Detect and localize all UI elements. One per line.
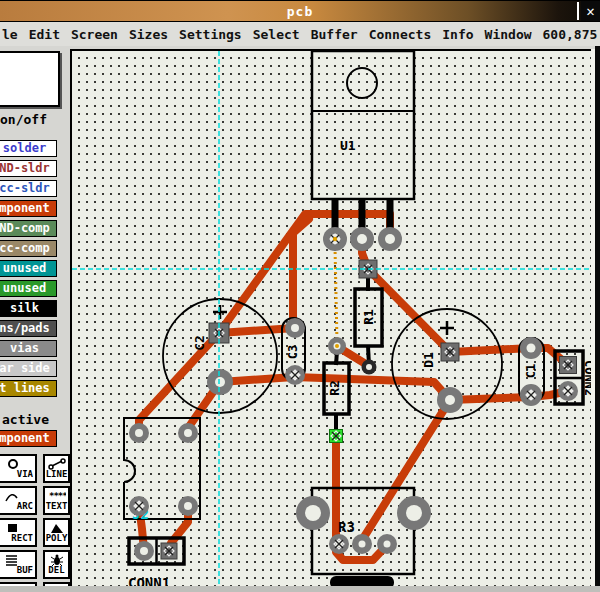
menu-edit[interactable]: Edit	[29, 27, 60, 42]
layer-button-pins-pads[interactable]: ns/pads	[0, 320, 57, 337]
titlebar-separator	[577, 2, 579, 20]
layer-button-gnd-comp[interactable]: ND-comp	[0, 220, 57, 237]
refdes-u1: U1	[340, 138, 356, 153]
refdes-c1: C1	[524, 364, 538, 378]
sidebar: on/off solder ND-sldr cc-sldr mponent ND…	[0, 46, 70, 592]
window-right-border	[595, 46, 600, 592]
menu-connects[interactable]: Connects	[369, 27, 432, 42]
active-layer-button[interactable]: mponent	[0, 430, 57, 447]
close-button[interactable]: ✕	[581, 1, 600, 21]
via-icon	[0, 458, 18, 470]
tool-button-poly[interactable]: POLY	[43, 518, 70, 547]
tool-button-arc[interactable]: ARC	[0, 486, 37, 515]
menu-window[interactable]: Window	[485, 27, 532, 42]
tool-button-del[interactable]: DEL	[43, 550, 70, 579]
arc-icon	[0, 490, 18, 502]
trace	[293, 219, 309, 328]
component-r2[interactable]: R2	[324, 351, 349, 432]
board-preview-thumbnail[interactable]	[0, 51, 60, 107]
tool-button-line[interactable]: LINE	[43, 454, 70, 483]
layers-onoff-label: on/off	[0, 112, 48, 127]
menu-info[interactable]: Info	[442, 27, 473, 42]
refdes-r1: R1	[361, 309, 376, 325]
refdes-d1: D1	[421, 352, 436, 368]
menu-sizes[interactable]: Sizes	[129, 27, 168, 42]
layer-button-unused-1[interactable]: unused	[0, 260, 57, 277]
layer-button-component[interactable]: mponent	[0, 200, 57, 217]
trace	[219, 328, 295, 333]
menu-bar: le Edit Screen Sizes Settings Select Buf…	[0, 22, 600, 46]
refdes-r2: R2	[327, 380, 342, 396]
copper-traces[interactable]	[139, 214, 568, 560]
buffer-icon	[0, 554, 18, 566]
layer-button-vias[interactable]: vias	[0, 340, 57, 357]
tool-button-text[interactable]: ***** TEXT	[43, 486, 70, 515]
cursor-coords: 600,875	[543, 27, 598, 42]
component-r1[interactable]: R1	[355, 273, 382, 365]
window-title: pcb	[0, 4, 600, 19]
refdes-r3: R3	[338, 519, 355, 535]
window-bottom-border	[0, 586, 600, 592]
tool-button-buf[interactable]: BUF	[0, 550, 37, 579]
board-canvas[interactable]: U1 R1 R2 C2 C3 D1 C1 J2	[70, 49, 591, 586]
layer-button-solder[interactable]: solder	[0, 140, 57, 157]
rat-line[interactable]	[335, 247, 337, 342]
plus-mark	[213, 305, 227, 319]
tool-button-via[interactable]: VIA	[0, 454, 37, 483]
active-layer-label: active	[2, 412, 50, 427]
menu-settings[interactable]: Settings	[179, 27, 242, 42]
layer-button-rat-lines[interactable]: t lines	[0, 380, 57, 397]
menu-file[interactable]: le	[2, 27, 18, 42]
layer-button-vcc-comp[interactable]: cc-comp	[0, 240, 57, 257]
trace	[450, 391, 568, 400]
layer-button-unused-2[interactable]: unused	[0, 280, 57, 297]
tool-button-rect[interactable]: RECT	[0, 518, 37, 547]
title-bar[interactable]: pcb	[0, 0, 600, 22]
menu-buffer[interactable]: Buffer	[311, 27, 358, 42]
board-drawing: U1 R1 R2 C2 C3 D1 C1 J2	[72, 51, 593, 588]
trace	[450, 348, 568, 365]
layer-button-vcc-sldr[interactable]: cc-sldr	[0, 180, 57, 197]
layer-button-silk[interactable]: silk	[0, 300, 57, 317]
component-c2[interactable]: C2	[163, 299, 277, 413]
svg-text:*****: *****	[49, 491, 66, 501]
layer-button-gnd-sldr[interactable]: ND-sldr	[0, 160, 57, 177]
menu-select[interactable]: Select	[253, 27, 300, 42]
refdes-c2: C2	[192, 335, 207, 351]
menu-screen[interactable]: Screen	[71, 27, 118, 42]
plus-mark	[440, 321, 454, 335]
layer-button-far-side[interactable]: ar side	[0, 360, 57, 377]
refdes-c3: C3	[286, 345, 300, 359]
